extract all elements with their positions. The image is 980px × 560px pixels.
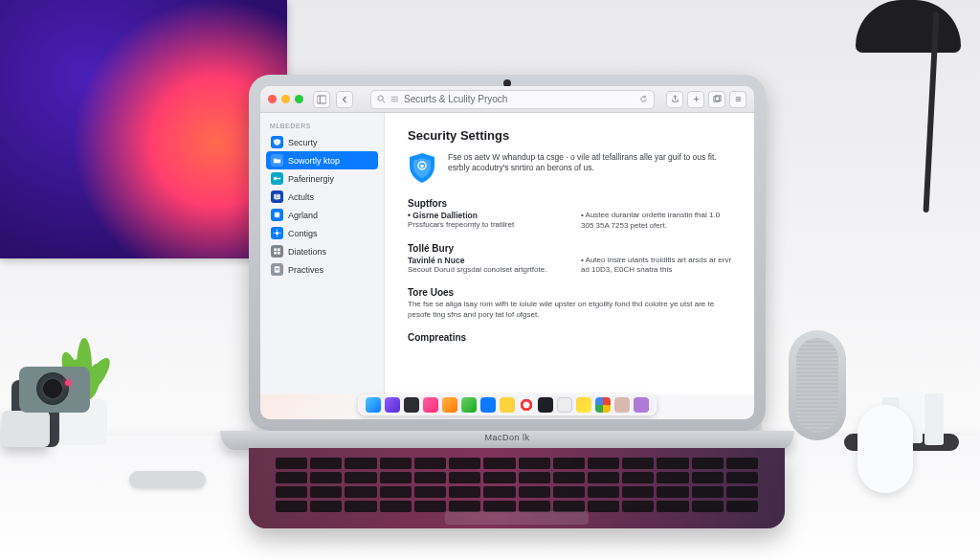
keyboard [249,448,785,528]
dock-app-target[interactable] [519,397,534,413]
sidebar-item-label: Securty [288,138,318,147]
trackpad [445,511,589,525]
search-icon [377,95,386,103]
phone [129,471,206,488]
toolbar-lines-icon [390,95,399,103]
camera-and-speaker [11,351,102,447]
dock-app-ide[interactable] [538,397,553,413]
key-icon [271,172,283,185]
svg-rect-22 [274,248,277,251]
window-controls[interactable] [268,95,303,103]
chevron-left-icon [341,96,348,103]
sidebar-item-label: Practives [288,265,323,275]
section-text: • Austee durantar ordette iranstin fhal … [581,211,733,232]
svg-line-3 [383,101,385,102]
section-subhead: Tavinlé n Nuce [408,256,560,265]
app-icon [271,209,283,221]
screen: Securts & Lculity Pryoch [260,86,754,419]
sidebar-item-privacy[interactable]: Paferinergiy [266,169,378,188]
dock-app-preview[interactable] [576,397,591,413]
sidebar-item-accounts[interactable]: D Actults [266,188,378,206]
sidebar-item-label: Diatetions [288,247,326,257]
sidebar-item-dictation[interactable]: Diatetions [266,242,378,260]
sidebar-toggle-icon [317,95,326,104]
address-field[interactable]: Securts & Lculity Pryoch [370,90,655,109]
dock-app-maps[interactable] [442,397,457,413]
wall-art [0,0,287,258]
dock-app-launchpad[interactable] [385,397,400,413]
sidebar-section-label: Mlbeders [270,123,374,129]
sidebar-item-label: Contigs [288,229,318,238]
content-area: Security Settings Fse os aetv W whandup … [385,113,754,394]
svg-rect-13 [278,178,281,179]
desk-lamp [856,0,961,53]
back-button[interactable] [336,91,353,108]
dock-app-safari[interactable] [480,397,496,413]
sidebar-item-practices[interactable]: Practives [266,260,378,279]
dock-app-settings[interactable] [634,397,649,413]
dock-app-terminal[interactable] [404,397,419,413]
intro-text: Fse os aetv W whandup ta csge · o vile a… [448,152,733,174]
sidebar-item-security-sub[interactable]: Sowortly ktop [266,151,378,169]
sidebar-item-label: Sowortly ktop [288,156,340,166]
svg-rect-16 [275,213,279,217]
shield-icon [271,136,283,148]
svg-rect-23 [278,248,280,251]
dock-app-files[interactable] [557,397,572,413]
minimize-icon[interactable] [281,95,290,103]
tabs-button[interactable] [708,91,725,108]
tabs-icon [713,95,722,103]
grid-icon [271,245,283,258]
section-heading: Suptfors [408,198,733,209]
svg-point-2 [378,96,383,101]
doc-icon [271,263,283,276]
section-heading: Tollé Bury [408,243,733,254]
fullscreen-icon[interactable] [295,95,303,103]
gear-icon [271,227,283,239]
sidebar-item-label: Paferinergiy [288,174,334,184]
section-heading: Tore Uoes [408,287,733,298]
sidebar-item-label: Actults [288,192,314,202]
section-subhead: • Gisrne Dallietion [408,211,560,220]
page-title: Security Settings [408,128,733,143]
svg-point-17 [276,232,279,235]
device-brand: MacDon lk [484,433,529,442]
section-text: Prssfucars frepeomty to tratilret [408,220,560,231]
dock-app-photos[interactable] [614,397,630,413]
section-heading: Compreatins [408,332,733,343]
dock-app-messages[interactable] [461,397,477,413]
badge-icon: D [271,190,283,203]
section-text: • Auteo insire utants troiditls art arsd… [581,256,733,277]
sidebar-item-settings[interactable]: Contigs [266,224,378,242]
close-icon[interactable] [268,95,277,103]
dock-app-notes[interactable] [500,397,515,413]
svg-rect-30 [421,165,424,168]
svg-rect-24 [274,252,277,255]
address-text: Securts & Lculity Pryoch [404,94,507,104]
section-text: The fse se aliga isay rom wifh te iolule… [408,300,733,321]
menu-icon [734,95,743,103]
sidebar: Mlbeders Securty Sowortly ktop [260,113,385,394]
laptop-hinge: MacDon lk [220,431,794,450]
dock-app-finder[interactable] [366,397,381,413]
shield-large-icon [408,152,436,185]
dock-app-chrome[interactable] [595,397,611,413]
sidebar-toggle-button[interactable] [313,91,330,108]
dock [358,394,657,415]
share-button[interactable] [666,91,683,108]
svg-point-12 [274,177,278,181]
dock-app-music[interactable] [423,397,438,413]
svg-rect-0 [317,96,326,103]
plus-icon [692,95,701,103]
add-button[interactable] [687,91,704,108]
mouse [858,405,913,493]
sidebar-item-apps[interactable]: Agrland [266,206,378,224]
svg-rect-25 [278,252,280,255]
sidebar-item-security[interactable]: Securty [266,133,378,151]
reload-icon[interactable] [639,95,648,103]
smart-speaker [789,330,846,440]
window-toolbar: Securts & Lculity Pryoch [260,86,754,113]
folder-icon [271,154,283,167]
sidebar-item-label: Agrland [288,211,318,220]
menu-button[interactable] [729,91,746,108]
